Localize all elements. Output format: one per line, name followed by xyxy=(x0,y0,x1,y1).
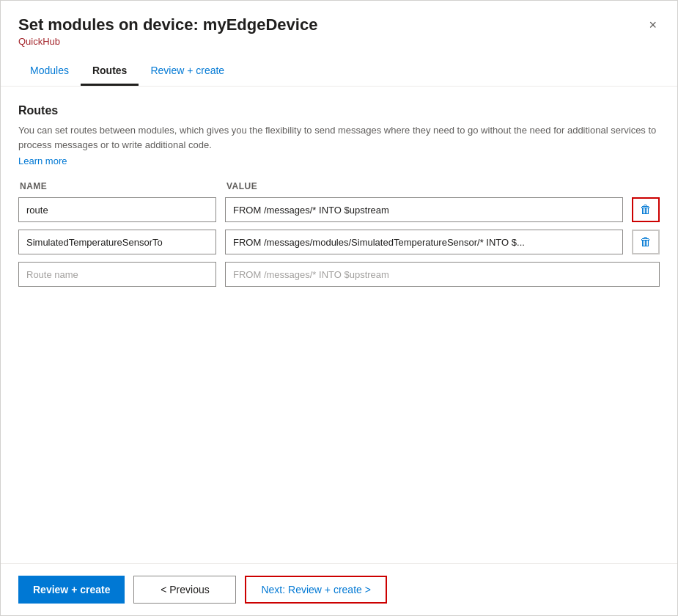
name-column-header: NAME xyxy=(20,181,218,191)
delete-route-button-2[interactable]: 🗑 xyxy=(632,230,660,254)
previous-button[interactable]: < Previous xyxy=(133,576,236,604)
route-name-input-1[interactable] xyxy=(18,197,216,222)
value-column-header: VALUE xyxy=(226,181,658,191)
tab-modules[interactable]: Modules xyxy=(18,57,81,86)
dialog-body: Routes You can set routes between module… xyxy=(1,87,677,563)
new-route-value-input[interactable] xyxy=(225,262,660,287)
routes-table: NAME VALUE 🗑 🗑 xyxy=(18,181,660,287)
tab-review-create[interactable]: Review + create xyxy=(139,57,236,86)
trash-icon: 🗑 xyxy=(640,203,652,216)
table-row: 🗑 xyxy=(18,197,660,222)
tab-bar: Modules Routes Review + create xyxy=(18,57,660,86)
next-button[interactable]: Next: Review + create > xyxy=(245,576,386,604)
table-row: 🗑 xyxy=(18,230,660,254)
dialog-header: Set modules on device: myEdgeDevice × Qu… xyxy=(1,1,677,87)
route-value-input-1[interactable] xyxy=(225,197,623,222)
route-name-input-2[interactable] xyxy=(18,230,216,254)
review-create-button[interactable]: Review + create xyxy=(18,576,125,604)
delete-route-button-1[interactable]: 🗑 xyxy=(632,197,660,222)
dialog-title: Set modules on device: myEdgeDevice xyxy=(18,15,317,34)
new-route-name-input[interactable] xyxy=(18,262,216,287)
route-value-input-2[interactable] xyxy=(225,230,623,254)
tab-routes[interactable]: Routes xyxy=(81,57,139,86)
trash-icon: 🗑 xyxy=(640,235,652,249)
section-description: You can set routes between modules, whic… xyxy=(18,123,660,152)
section-title: Routes xyxy=(18,104,660,117)
new-route-row xyxy=(18,262,660,287)
dialog: Set modules on device: myEdgeDevice × Qu… xyxy=(0,0,678,616)
dialog-footer: Review + create < Previous Next: Review … xyxy=(1,563,677,615)
routes-header: NAME VALUE xyxy=(18,181,660,191)
close-button[interactable]: × xyxy=(646,15,660,34)
dialog-subtitle: QuickHub xyxy=(18,36,660,47)
learn-more-link[interactable]: Learn more xyxy=(18,155,67,166)
